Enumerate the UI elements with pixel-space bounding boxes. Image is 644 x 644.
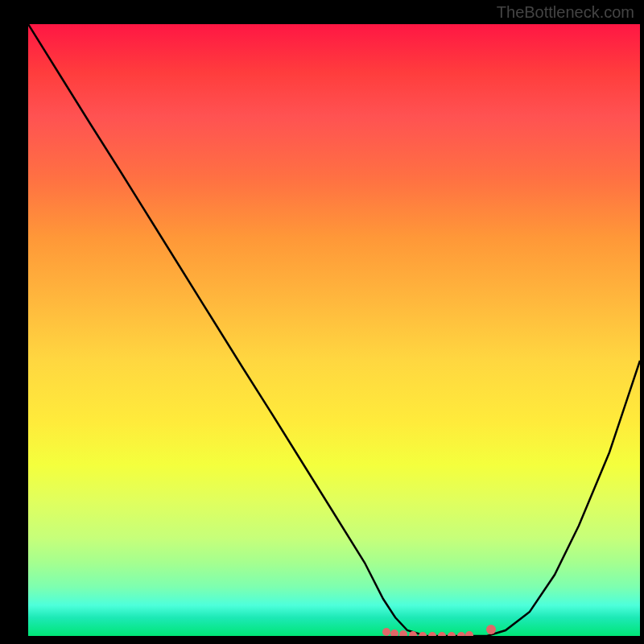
svg-point-1	[390, 630, 398, 636]
svg-point-6	[438, 632, 446, 636]
watermark-text: TheBottleneck.com	[497, 3, 634, 22]
svg-point-9	[465, 631, 473, 636]
svg-point-7	[448, 632, 456, 636]
svg-point-8	[457, 632, 465, 636]
svg-point-2	[399, 630, 407, 636]
svg-point-4	[419, 632, 427, 636]
marker-points	[382, 625, 496, 636]
chart-container: TheBottleneck.com	[0, 0, 644, 644]
svg-point-5	[428, 632, 436, 636]
curve-path	[28, 24, 640, 636]
svg-point-0	[382, 628, 390, 636]
svg-point-10	[486, 625, 496, 634]
bottleneck-curve-svg	[28, 24, 640, 636]
